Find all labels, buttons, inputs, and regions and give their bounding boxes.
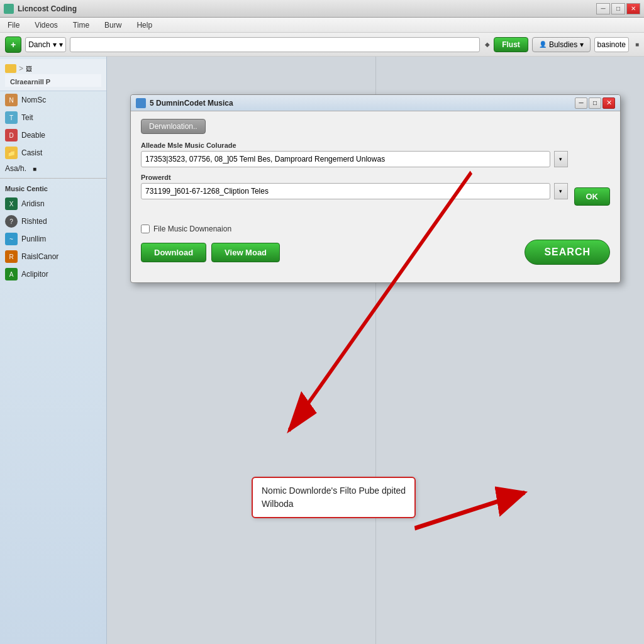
window-title: Licncost Coding	[18, 4, 596, 13]
form-section: Alleade Msle Music Colurade ▾ Prowerdt	[141, 142, 610, 206]
toolbar-search-input[interactable]	[70, 37, 480, 52]
teit-icon: T	[5, 111, 18, 124]
prowerdt-dropdown-btn[interactable]: ▾	[554, 183, 568, 199]
checkbox-label: File Music Downenaion	[153, 225, 231, 233]
modal-body: Derwnloation.. Alleade Msle Music Colura…	[131, 111, 620, 272]
close-button[interactable]: ✕	[626, 3, 640, 14]
title-bar: Licncost Coding ─ □ ✕	[0, 0, 644, 18]
prowerdt-label: Prowerdt	[141, 174, 568, 181]
window-controls: ─ □ ✕	[596, 3, 640, 14]
tooltip-box: Nomic Downlorde's Filto Pube dpitedWilbo…	[252, 477, 416, 518]
sidebar-item-aclipitor[interactable]: A Aclipitor	[0, 265, 106, 283]
sidebar-divider	[0, 178, 106, 179]
sidebar: > 🖼 Clraearnill P N NomSc T Teit D Deabl…	[0, 57, 107, 644]
modal-footer-btns: Download View Moad SEARCH	[141, 240, 610, 265]
modal-maximize-button[interactable]: □	[589, 97, 601, 109]
modal-close-button[interactable]: ✕	[602, 97, 615, 109]
folder-icon	[5, 64, 16, 73]
sidebar-item-casist[interactable]: 📁 Casist	[0, 144, 106, 162]
casist-icon: 📁	[5, 147, 18, 159]
bulsdies-button[interactable]: 👤 Bulsdies ▾	[532, 37, 591, 52]
danch-dropdown[interactable]: Danch ▾ ▾	[25, 37, 66, 52]
modal-icon	[136, 98, 146, 108]
alleade-label: Alleade Msle Music Colurade	[141, 142, 568, 149]
sidebar-subheader: Clraearnill P	[5, 74, 101, 87]
checkbox-row: File Music Downenaion	[141, 225, 610, 233]
breadcrumb-row: > 🖼	[5, 63, 101, 74]
sidebar-item-asah[interactable]: Asa/h. ■	[0, 162, 106, 175]
window-frame: Licncost Coding ─ □ ✕ File Videos Time B…	[0, 0, 644, 644]
derwnloation-button[interactable]: Derwnloation..	[141, 119, 206, 134]
view-moad-button[interactable]: View Moad	[211, 243, 280, 262]
aridisn-icon: X	[5, 197, 18, 210]
modal-dialog: 5 DumninCodet Musica ─ □ ✕ Derwnloation.…	[130, 94, 621, 283]
file-music-checkbox[interactable]	[141, 225, 150, 233]
sidebar-section-music: Music Centic	[0, 181, 106, 195]
ok-button[interactable]: OK	[574, 187, 611, 206]
alleade-input-row: ▾	[141, 151, 568, 167]
alleade-row: Alleade Msle Music Colurade ▾	[141, 142, 568, 167]
content-area: 5 DumninCodet Musica ─ □ ✕ Derwnloation.…	[107, 57, 644, 644]
prowerdt-input[interactable]	[141, 183, 550, 199]
menu-help[interactable]: Help	[134, 19, 155, 31]
modal-overlay: 5 DumninCodet Musica ─ □ ✕ Derwnloation.…	[107, 57, 644, 644]
spacer	[141, 206, 610, 216]
toolbar: + Danch ▾ ▾ ◆ Flust 👤 Bulsdies ▾ basinot…	[0, 33, 644, 57]
basinote-button[interactable]: basinote	[594, 37, 629, 52]
raislcanor-icon: R	[5, 250, 18, 263]
search-button[interactable]: SEARCH	[525, 240, 610, 265]
prowerdt-input-row: ▾	[141, 183, 568, 199]
menu-file[interactable]: File	[5, 19, 22, 31]
alleade-dropdown-btn[interactable]: ▾	[554, 151, 568, 167]
punllim-icon: ~	[5, 233, 18, 245]
modal-title-bar: 5 DumninCodet Musica ─ □ ✕	[131, 95, 620, 111]
menu-burw[interactable]: Burw	[102, 19, 124, 31]
footer-left-btns: Download View Moad	[141, 243, 280, 262]
deable-icon: D	[5, 129, 18, 142]
sidebar-item-punllim[interactable]: ~ Punllim	[0, 230, 106, 248]
modal-title: 5 DumninCodet Musica	[150, 99, 575, 108]
sidebar-item-raislcanor[interactable]: R RaislCanor	[0, 248, 106, 265]
sidebar-item-aridisn[interactable]: X Aridisn	[0, 195, 106, 213]
menu-bar: File Videos Time Burw Help	[0, 18, 644, 33]
form-fields: Alleade Msle Music Colurade ▾ Prowerdt	[141, 142, 568, 206]
prowerdt-row: Prowerdt ▾	[141, 174, 568, 199]
tooltip-text: Nomic Downlorde's Filto Pube dpitedWilbo…	[262, 486, 406, 509]
sidebar-top: > 🖼 Clraearnill P	[0, 59, 106, 91]
nomsc-icon: N	[5, 94, 18, 106]
maximize-button[interactable]: □	[611, 3, 625, 14]
plus-button[interactable]: +	[5, 36, 21, 53]
rishted-icon: ?	[5, 215, 18, 228]
alleade-input[interactable]	[141, 151, 550, 167]
menu-videos[interactable]: Videos	[32, 19, 60, 31]
sidebar-item-teit[interactable]: T Teit	[0, 109, 106, 126]
aclipitor-icon: A	[5, 268, 18, 280]
minimize-button[interactable]: ─	[596, 3, 610, 14]
menu-time[interactable]: Time	[70, 19, 92, 31]
modal-minimize-button[interactable]: ─	[575, 97, 587, 109]
flust-button[interactable]: Flust	[494, 37, 528, 52]
sidebar-item-deable[interactable]: D Deable	[0, 126, 106, 144]
sidebar-item-nomsc[interactable]: N NomSc	[0, 91, 106, 109]
download-button[interactable]: Download	[141, 243, 206, 262]
main-layout: > 🖼 Clraearnill P N NomSc T Teit D Deabl…	[0, 57, 644, 644]
app-icon	[4, 4, 14, 14]
sidebar-item-rishted[interactable]: ? Rishted	[0, 213, 106, 230]
